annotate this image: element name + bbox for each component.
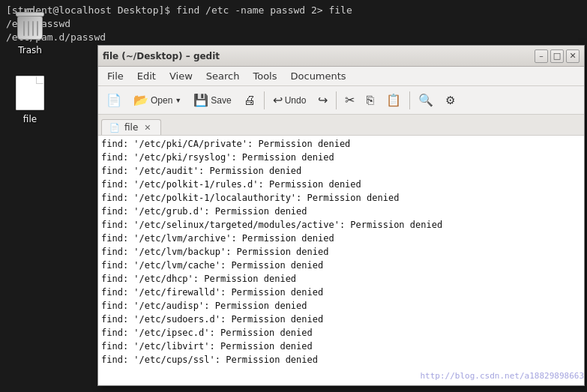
title-bar-buttons: – □ ✕	[535, 49, 580, 63]
save-label: Save	[211, 95, 231, 106]
content-line: find: '/etc/ipsec.d': Permission denied	[101, 326, 581, 340]
content-line: find: '/etc/grub.d': Permission denied	[101, 205, 581, 218]
toolbar: 📄 📂 Open ▼ 💾 Save 🖨 ↩ Undo	[98, 86, 584, 115]
content-line: find: '/etc/audisp': Permission denied	[101, 299, 581, 313]
print-icon: 🖨	[244, 94, 256, 107]
content-line: find: '/etc/cups/ssl': Permission denied	[101, 353, 581, 367]
cut-button[interactable]: ✂	[340, 89, 360, 112]
content-line: find: '/etc/dhcp': Permission denied	[101, 272, 581, 286]
content-line: find: '/etc/sudoers.d': Permission denie…	[101, 313, 581, 326]
menu-documents[interactable]: Documents	[285, 69, 352, 83]
separator-3	[409, 91, 410, 109]
undo-icon: ↩	[273, 93, 283, 107]
copy-icon: ⎘	[367, 94, 374, 107]
content-line: find: '/etc/pki/rsyslog': Permission den…	[101, 151, 581, 164]
file-label: file	[23, 114, 37, 124]
content-line: find: '/etc/pki/CA/private': Permission …	[101, 137, 581, 151]
content-line: find: '/etc/selinux/targeted/modules/act…	[101, 218, 581, 232]
open-button[interactable]: 📂 Open ▼	[128, 89, 187, 112]
replace-icon: ⚙	[445, 94, 455, 107]
file-icon	[12, 75, 48, 111]
trash-body	[17, 16, 43, 40]
tab-icon: 📄	[109, 123, 120, 133]
redo-icon: ↪	[318, 93, 328, 107]
replace-button[interactable]: ⚙	[440, 89, 460, 112]
separator-2	[336, 91, 337, 109]
file-icon-container[interactable]: file	[0, 69, 60, 130]
content-line: find: '/etc/lvm/cache': Permission denie…	[101, 259, 581, 272]
copy-button[interactable]: ⎘	[361, 89, 379, 112]
content-line: find: '/etc/firewalld': Permission denie…	[101, 286, 581, 299]
find-icon: 🔍	[418, 93, 433, 107]
open-label: Open	[151, 95, 172, 106]
content-line: find: '/etc/polkit-1/rules.d': Permissio…	[101, 178, 581, 191]
file-tab[interactable]: 📄 file ✕	[101, 119, 161, 135]
undo-button[interactable]: ↩ Undo	[268, 89, 312, 112]
trash-icon	[12, 6, 48, 42]
menu-tools[interactable]: Tools	[247, 69, 283, 83]
open-chevron: ▼	[175, 97, 181, 104]
window-title: file (~∕Desktop) – gedit	[103, 51, 220, 61]
gedit-window: file (~∕Desktop) – gedit – □ ✕ File Edit…	[97, 45, 585, 386]
tab-bar: 📄 file ✕	[98, 115, 584, 136]
content-line: find: '/etc/audit': Permission denied	[101, 164, 581, 178]
desktop: [student@localhost Desktop]$ find /etc -…	[0, 0, 587, 392]
new-icon: 📄	[106, 93, 121, 107]
trash-label: Trash	[18, 45, 42, 55]
desktop-icons: Trash file	[0, 0, 60, 130]
save-icon: 💾	[193, 93, 208, 107]
content-line: find: '/etc/lvm/backup': Permission deni…	[101, 245, 581, 259]
content-line: find: '/etc/lvm/archive': Permission den…	[101, 232, 581, 245]
content-line: find: '/etc/polkit-1/localauthority': Pe…	[101, 191, 581, 205]
menu-bar: File Edit View Search Tools Documents	[98, 67, 584, 86]
content-lines: find: '/etc/pki/CA/private': Permission …	[101, 137, 581, 367]
menu-file[interactable]: File	[101, 69, 130, 83]
menu-edit[interactable]: Edit	[131, 69, 162, 83]
undo-label: Undo	[285, 95, 307, 106]
paste-button[interactable]: 📋	[381, 89, 406, 112]
close-button[interactable]: ✕	[566, 49, 580, 63]
content-area[interactable]: find: '/etc/pki/CA/private': Permission …	[98, 136, 584, 385]
minimize-button[interactable]: –	[535, 49, 548, 63]
new-button[interactable]: 📄	[101, 89, 127, 112]
tab-label: file	[124, 122, 138, 133]
tab-close-button[interactable]: ✕	[142, 123, 152, 133]
trash-icon-container[interactable]: Trash	[0, 0, 60, 61]
open-icon: 📂	[133, 93, 148, 107]
save-button[interactable]: 💾 Save	[188, 89, 236, 112]
print-button[interactable]: 🖨	[238, 89, 261, 112]
separator-1	[264, 91, 265, 109]
watermark: http://blog.csdn.net/a18829898663	[420, 370, 584, 383]
paste-icon: 📋	[386, 93, 401, 107]
trash-lines	[23, 21, 38, 36]
maximize-button[interactable]: □	[550, 49, 564, 63]
menu-view[interactable]: View	[163, 69, 199, 83]
cut-icon: ✂	[345, 93, 355, 107]
find-button[interactable]: 🔍	[413, 89, 439, 112]
menu-search[interactable]: Search	[200, 69, 246, 83]
title-bar: file (~∕Desktop) – gedit – □ ✕	[98, 46, 584, 67]
content-line: find: '/etc/libvirt': Permission denied	[101, 340, 581, 353]
redo-button[interactable]: ↪	[313, 89, 333, 112]
